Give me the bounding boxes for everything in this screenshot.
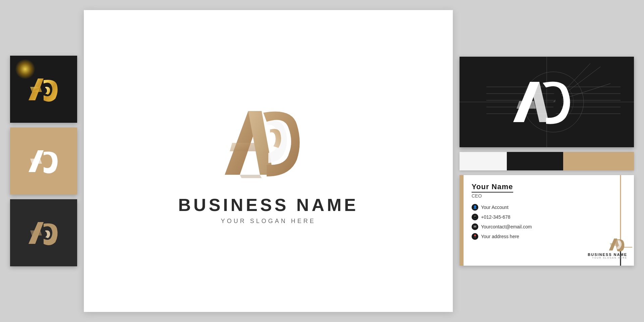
main-container: BUSINESS NAME YOUR SLOGAN HERE — [10, 10, 634, 312]
center-display: BUSINESS NAME YOUR SLOGAN HERE — [84, 10, 453, 312]
card-email-text: Yourcontact@email.com — [481, 224, 532, 229]
location-icon: 📍 — [472, 233, 478, 240]
card-content: Your Name CEO 👤 Your Account 📱 +012-345-… — [464, 175, 580, 266]
thumbnail-1 — [10, 56, 77, 123]
card-small-logo: BUSINESS NAME YOUR SLOGAN HERE — [588, 236, 627, 259]
card-account-row: 👤 Your Account — [472, 204, 574, 211]
card-accent-bar — [460, 175, 464, 266]
svg-marker-1 — [30, 87, 42, 92]
svg-marker-5 — [30, 230, 42, 235]
card-address-row: 📍 Your address here — [472, 233, 574, 240]
svg-marker-24 — [517, 101, 536, 109]
color-black — [507, 152, 564, 170]
svg-marker-30 — [610, 243, 616, 246]
card-phone-row: 📱 +012-345-678 — [472, 214, 574, 220]
card-person-name: Your Name — [472, 182, 513, 193]
color-tan — [563, 152, 634, 170]
svg-marker-3 — [30, 159, 42, 164]
card-account-text: Your Account — [481, 205, 508, 210]
guidelines-svg — [460, 57, 634, 147]
account-icon: 👤 — [472, 204, 478, 211]
card-small-slogan: YOUR SLOGAN HERE — [588, 257, 627, 259]
card-right-section: BUSINESS NAME YOUR SLOGAN HERE — [580, 175, 634, 266]
slogan-text: YOUR SLOGAN HERE — [221, 218, 316, 225]
business-name-text: BUSINESS NAME — [178, 195, 358, 215]
right-column: Your Name CEO 👤 Your Account 📱 +012-345-… — [460, 57, 634, 266]
svg-marker-9 — [240, 175, 262, 178]
email-icon: ✉ — [472, 223, 478, 230]
thumbnail-2 — [10, 127, 77, 195]
thumb-logo-gold — [25, 75, 62, 104]
left-thumbnails — [10, 56, 77, 266]
color-white — [460, 152, 507, 170]
color-strip — [460, 152, 634, 170]
card-person-title: CEO — [472, 193, 574, 199]
thumb-logo-white — [25, 147, 62, 175]
card-phone-text: +012-345-678 — [481, 214, 511, 220]
card-email-row: ✉ Yourcontact@email.com — [472, 223, 574, 230]
thumb-logo-tan — [25, 219, 62, 247]
guidelines-card — [460, 57, 634, 147]
main-logo — [215, 98, 322, 185]
thumbnail-3 — [10, 199, 77, 266]
card-address-text: Your address here — [481, 234, 519, 239]
card-logo-svg — [607, 236, 627, 253]
business-card: Your Name CEO 👤 Your Account 📱 +012-345-… — [460, 175, 634, 266]
card-small-biz-name: BUSINESS NAME — [588, 253, 627, 257]
phone-icon: 📱 — [472, 214, 478, 220]
